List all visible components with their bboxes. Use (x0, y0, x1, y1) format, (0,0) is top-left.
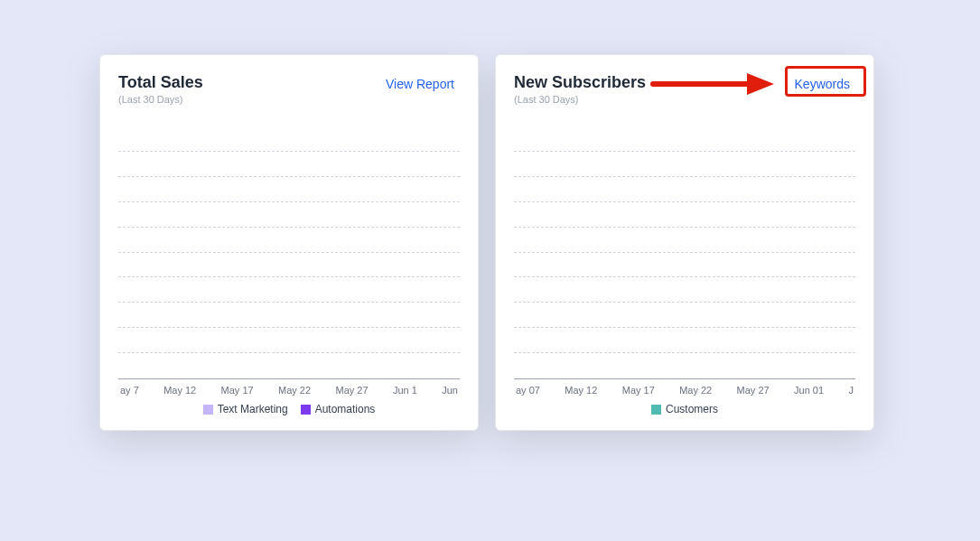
swatch-automations (301, 405, 311, 415)
chart-total-sales (118, 126, 460, 379)
legend-label: Text Marketing (218, 403, 288, 415)
legend-sales: Text Marketing Automations (118, 403, 460, 415)
card-header: Total Sales (Last 30 Days) View Report (118, 73, 460, 105)
card-subtitle: (Last 30 Days) (118, 94, 203, 105)
swatch-customers (651, 405, 661, 415)
card-new-subscribers: New Subscribers (Last 30 Days) Keywords … (495, 54, 874, 431)
view-report-link[interactable]: View Report (380, 73, 460, 95)
legend-label: Customers (666, 403, 718, 415)
legend-subs: Customers (514, 403, 855, 415)
title-block: New Subscribers (Last 30 Days) (514, 73, 646, 105)
dashboard-cards: Total Sales (Last 30 Days) View Report a… (99, 54, 881, 431)
title-block: Total Sales (Last 30 Days) (118, 73, 203, 105)
legend-automations: Automations (301, 403, 376, 415)
legend-customers: Customers (651, 403, 718, 415)
legend-label: Automations (315, 403, 376, 415)
card-header: New Subscribers (Last 30 Days) Keywords (514, 73, 855, 105)
x-axis-subs: ay 07May 12May 17May 22May 27Jun 01J (514, 385, 855, 396)
chart-new-subscribers (514, 126, 855, 379)
swatch-text-marketing (203, 405, 213, 415)
card-subtitle: (Last 30 Days) (514, 94, 646, 105)
keywords-link[interactable]: Keywords (789, 73, 855, 95)
card-title: Total Sales (118, 73, 203, 92)
card-total-sales: Total Sales (Last 30 Days) View Report a… (99, 54, 479, 431)
card-title: New Subscribers (514, 73, 646, 92)
x-axis-sales: ay 7May 12May 17May 22May 27Jun 1Jun (118, 385, 460, 396)
legend-text-marketing: Text Marketing (203, 403, 288, 415)
